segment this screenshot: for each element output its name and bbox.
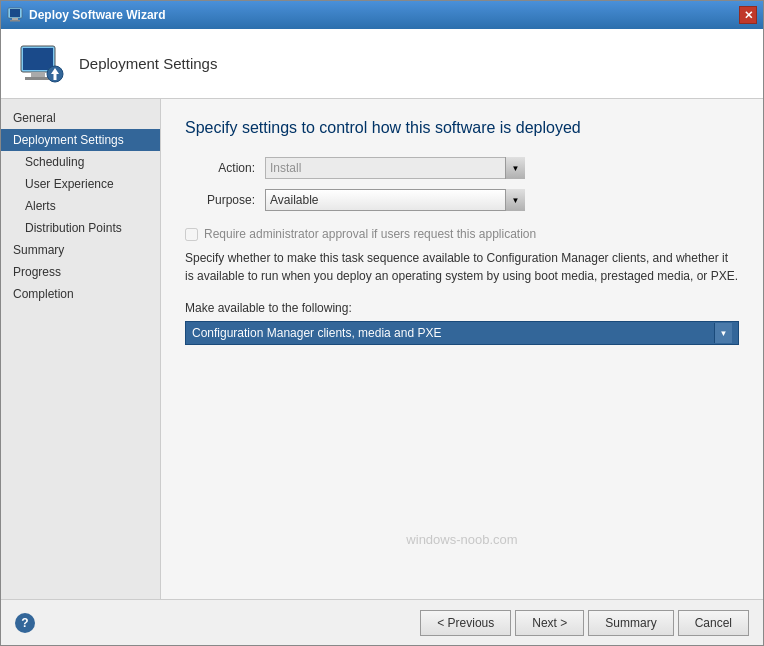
svg-rect-7: [25, 77, 51, 80]
purpose-label: Purpose:: [185, 193, 255, 207]
action-label: Action:: [185, 161, 255, 175]
make-available-value: Configuration Manager clients, media and…: [192, 326, 441, 340]
previous-button[interactable]: < Previous: [420, 610, 511, 636]
summary-button[interactable]: Summary: [588, 610, 673, 636]
help-button[interactable]: ?: [15, 613, 35, 633]
purpose-select-wrapper: Available Required ▼: [265, 189, 525, 211]
description-text: Specify whether to make this task sequen…: [185, 249, 739, 285]
action-select-wrapper: Install ▼: [265, 157, 525, 179]
action-row: Action: Install ▼: [185, 157, 739, 179]
title-bar-left: Deploy Software Wizard: [7, 7, 166, 23]
sidebar-item-general[interactable]: General: [1, 107, 160, 129]
wizard-window: Deploy Software Wizard ✕ Deployment Sett…: [0, 0, 764, 646]
close-button[interactable]: ✕: [739, 6, 757, 24]
svg-rect-5: [23, 48, 53, 70]
purpose-select[interactable]: Available Required: [265, 189, 525, 211]
footer-buttons: < Previous Next > Summary Cancel: [420, 610, 749, 636]
title-bar: Deploy Software Wizard ✕: [1, 1, 763, 29]
sidebar-item-user-experience[interactable]: User Experience: [1, 173, 160, 195]
sidebar-item-summary[interactable]: Summary: [1, 239, 160, 261]
svg-rect-1: [10, 9, 20, 17]
make-available-dropdown[interactable]: Configuration Manager clients, media and…: [185, 321, 739, 345]
main-content: General Deployment Settings Scheduling U…: [1, 99, 763, 599]
sidebar-item-distribution-points[interactable]: Distribution Points: [1, 217, 160, 239]
title-bar-icon: [7, 7, 23, 23]
cancel-button[interactable]: Cancel: [678, 610, 749, 636]
sidebar-item-deployment-settings[interactable]: Deployment Settings: [1, 129, 160, 151]
content-wrapper: Specify settings to control how this sof…: [161, 99, 763, 599]
sidebar-item-progress[interactable]: Progress: [1, 261, 160, 283]
svg-rect-3: [10, 20, 20, 22]
sidebar-item-alerts[interactable]: Alerts: [1, 195, 160, 217]
content-area: Specify settings to control how this sof…: [161, 99, 763, 599]
make-available-label: Make available to the following:: [185, 301, 739, 315]
footer-left: ?: [15, 613, 35, 633]
next-button[interactable]: Next >: [515, 610, 584, 636]
window-title: Deploy Software Wizard: [29, 8, 166, 22]
svg-rect-2: [12, 18, 18, 20]
action-select[interactable]: Install: [265, 157, 525, 179]
make-available-arrow: ▼: [714, 323, 732, 343]
content-title: Specify settings to control how this sof…: [185, 119, 739, 137]
approval-checkbox-row: Require administrator approval if users …: [185, 227, 739, 241]
sidebar: General Deployment Settings Scheduling U…: [1, 99, 161, 599]
header-title: Deployment Settings: [79, 55, 217, 72]
purpose-row: Purpose: Available Required ▼: [185, 189, 739, 211]
sidebar-item-scheduling[interactable]: Scheduling: [1, 151, 160, 173]
approval-checkbox[interactable]: [185, 228, 198, 241]
sidebar-item-completion[interactable]: Completion: [1, 283, 160, 305]
header-bar: Deployment Settings: [1, 29, 763, 99]
approval-checkbox-label: Require administrator approval if users …: [204, 227, 536, 241]
footer: ? < Previous Next > Summary Cancel: [1, 599, 763, 645]
svg-rect-6: [31, 72, 45, 77]
deployment-icon: [17, 40, 65, 88]
